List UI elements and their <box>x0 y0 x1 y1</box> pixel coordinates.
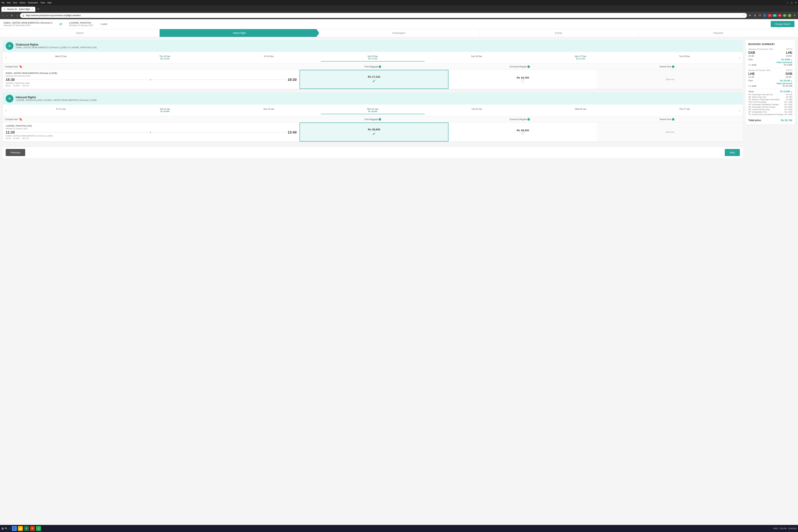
forward-button[interactable]: › <box>5 13 8 18</box>
next-button[interactable]: Next <box>725 149 740 156</box>
step-search[interactable]: Search <box>0 29 159 37</box>
outbound-dest-name: LAHORE, PAKISTAN <box>6 82 24 84</box>
inbound-fare-header: Compare fare 🔖 Free Baggage i Economy Re… <box>3 116 743 122</box>
pocket-icon[interactable]: ♥ <box>748 14 752 17</box>
tax-label: SP: Embarkation Fee <box>748 111 767 113</box>
summary-outbound-date-row: Saturday 25 December 2021 ER724 <box>748 48 792 50</box>
inbound-date-6[interactable]: Thu 27 Jan <box>632 107 737 114</box>
menu-bookmarks[interactable]: Bookmarks <box>28 2 38 4</box>
security-icon: 🔒 <box>22 14 25 17</box>
outbound-prev-date[interactable]: ‹ <box>3 55 9 61</box>
route-arrow-icon: ⇄ <box>59 22 62 26</box>
taskbar-excel[interactable]: X <box>24 526 29 531</box>
taskbar-spotify[interactable]: ♫ <box>36 526 41 531</box>
taskbar-files[interactable]: 📁 <box>18 526 23 531</box>
ext4-icon[interactable]: M <box>778 14 782 17</box>
step-select-flight[interactable]: Select flight <box>159 29 319 37</box>
outbound-next-date[interactable]: › <box>737 55 743 61</box>
search-taskbar-button[interactable]: 🔍 <box>5 527 7 530</box>
free-baggage-info-icon[interactable]: i <box>379 65 381 68</box>
menu-file[interactable]: File <box>1 2 5 4</box>
ext5-icon[interactable]: G <box>783 14 787 17</box>
taskbar-powerpoint[interactable]: P <box>30 526 35 531</box>
menu-history[interactable]: History <box>19 2 25 4</box>
new-tab-button[interactable]: + <box>36 6 41 12</box>
free-baggage-label: Free Baggage <box>364 65 378 68</box>
outbound-date-1[interactable]: Thu 23 Dec Rs 17,142 <box>113 54 217 61</box>
ext3-icon[interactable]: SC <box>773 14 777 17</box>
menu-icon[interactable]: ≡ <box>793 14 797 17</box>
outbound-date-6[interactable]: Tue 28 Dec <box>632 54 737 61</box>
inbound-date-tabs: Fri 21 Jan Sat 22 Jan Rs 35,600 Sun 23 J… <box>9 107 737 114</box>
tax-value: Rs 5,000 <box>784 108 792 111</box>
tab-close-button[interactable]: ✕ <box>32 8 33 11</box>
menu-tools[interactable]: Tools <box>40 2 45 4</box>
mail-icon[interactable]: M <box>758 14 762 17</box>
ext2-icon[interactable]: r <box>768 14 772 17</box>
outbound-free-baggage-option[interactable]: Rs 17,142 ✔ <box>300 70 449 89</box>
inbound-date-3[interactable]: Mon 24 Jan Rs 35,600 <box>321 107 425 114</box>
inbound-free-baggage-price: Rs 35,600 <box>368 128 380 131</box>
inbound-free-baggage-option[interactable]: Rs 35,600 ✔ <box>300 122 449 141</box>
change-search-button[interactable]: Change Search <box>771 21 795 27</box>
step-extras[interactable]: Extras <box>479 29 639 37</box>
previous-button[interactable]: Previous <box>6 149 25 156</box>
inbound-flight-arrow: ✈ • <box>17 131 286 134</box>
summary-inbound-fare-label: Fare <box>748 79 753 82</box>
outbound-date-5[interactable]: Mon 27 Dec Rs 17,142 <box>529 54 632 61</box>
outbound-sold-out: Sold out <box>597 70 743 89</box>
ext6-icon[interactable]: 🟢 <box>788 14 792 17</box>
refresh-button[interactable]: ↻ <box>10 13 14 18</box>
address-bar[interactable]: 🔒 https://serene-production-ezycommerce.… <box>20 13 747 18</box>
download-icon[interactable]: ⬇ <box>753 14 757 17</box>
inbound-serene-plus-info-icon[interactable]: i <box>672 118 674 120</box>
close-icon[interactable]: ✕ <box>795 2 797 4</box>
taskbar-chrome[interactable]: C <box>12 526 17 531</box>
summary-outbound-dest: LHE <box>786 51 792 55</box>
inbound-next-date[interactable]: › <box>737 107 743 114</box>
summary-taxes-label: Taxes <box>748 90 754 93</box>
tax-label: YD: Infrastructure Development Charges <box>748 113 784 115</box>
task-view-button[interactable]: ⬚ <box>9 527 11 530</box>
ext1-icon[interactable]: 🔵 <box>763 14 767 17</box>
minimize-icon[interactable]: ─ <box>787 2 788 4</box>
back-button[interactable]: ‹ <box>1 13 4 18</box>
inbound-economy-option[interactable]: Rs 39,320 <box>449 122 597 141</box>
outbound-date-3[interactable]: Sat 25 Dec Rs 17,142 <box>321 54 425 61</box>
outbound-date-2[interactable]: Fri 24 Dec <box>217 54 321 61</box>
inbound-flight-row: LAHORE, PAKISTAN (LHE) Monday 24 January… <box>3 122 743 142</box>
inbound-origin-date: Monday 24 January 2022 <box>6 128 297 130</box>
inbound-date-1[interactable]: Sat 22 Jan Rs 35,600 <box>113 107 217 114</box>
summary-outbound-baggage: FREE BAGGAGE <box>748 61 792 64</box>
economy-info-icon[interactable]: i <box>527 65 530 68</box>
inbound-economy-info-icon[interactable]: i <box>527 118 530 120</box>
active-tab[interactable]: ✈ Serene Air - Select flight ✕ <box>1 7 35 12</box>
outbound-title: Outbound flights <box>16 43 97 46</box>
summary-outbound-route: DXB 15:30 LHE 19:30 <box>748 51 792 57</box>
inbound-prev-date[interactable]: ‹ <box>3 107 9 114</box>
menu-edit[interactable]: Edit <box>7 2 11 4</box>
menu-view[interactable]: View <box>13 2 17 4</box>
step-passengers[interactable]: Passengers <box>319 29 479 37</box>
outbound-date-0[interactable]: Wed 22 Dec <box>9 54 113 61</box>
inbound-serene-plus-label: Serene Plus <box>660 118 671 120</box>
inbound-free-baggage-info-icon[interactable]: i <box>379 118 381 120</box>
inbound-date-4[interactable]: Tue 25 Jan <box>425 107 529 114</box>
tax-label: YQI: Fuel Surcharge <box>748 101 766 103</box>
maximize-icon[interactable]: ◻ <box>791 2 793 4</box>
bookmark-icon[interactable]: ☆ <box>742 14 745 17</box>
inbound-date-0[interactable]: Fri 21 Jan <box>9 107 113 114</box>
step-payment[interactable]: Payment <box>639 29 798 37</box>
summary-total-label: Total price: <box>748 119 761 122</box>
inbound-economy-regular-label: Economy Regular <box>510 118 527 120</box>
start-button[interactable]: ⊞ <box>1 527 4 530</box>
outbound-date-4[interactable]: Sun 26 Dec <box>425 54 529 61</box>
search-origin: DUBAI, UNITED ARAB EMIRATES (Terminal 1)… <box>3 21 52 26</box>
inbound-date-2[interactable]: Sun 23 Jan <box>217 107 321 114</box>
outbound-economy-option[interactable]: Rs 19,765 <box>449 70 597 89</box>
menu-help[interactable]: Help <box>48 2 52 4</box>
summary-outbound-free-baggage: FREE BAGGAGE <box>777 61 792 63</box>
serene-plus-info-icon[interactable]: i <box>672 65 674 68</box>
home-button[interactable]: ⌂ <box>15 13 19 18</box>
inbound-date-5[interactable]: Wed 26 Jan <box>529 107 632 114</box>
